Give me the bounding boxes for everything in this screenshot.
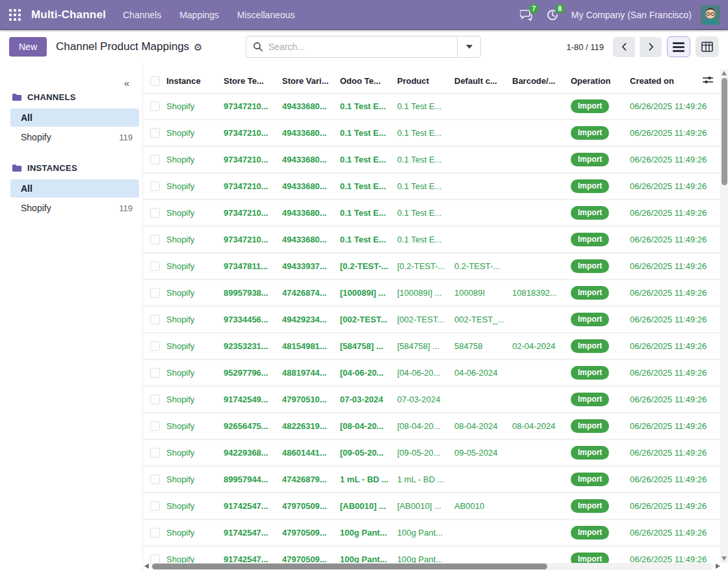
cell-barcode[interactable]: 10818392... xyxy=(512,288,571,298)
horizontal-scrollbar[interactable] xyxy=(144,563,720,570)
cell-store_template[interactable]: 91742547... xyxy=(224,501,282,511)
company-name[interactable]: My Company (San Francisco) xyxy=(571,10,692,20)
cell-created_on[interactable]: 06/26/2025 11:49:26 xyxy=(630,208,715,218)
cell-odoo_template[interactable]: [08-04-20... xyxy=(340,421,397,431)
view-switch-pivot-button[interactable] xyxy=(696,36,719,57)
activities-button[interactable]: 8 xyxy=(543,5,562,25)
cell-instance[interactable]: Shopify xyxy=(166,128,224,138)
cell-store_variant[interactable]: 49433937... xyxy=(282,261,340,271)
cell-instance[interactable]: Shopify xyxy=(166,155,224,164)
cell-odoo_template[interactable]: 1 mL - BD ... xyxy=(340,474,397,484)
cell-created_on[interactable]: 06/26/2025 11:49:26 xyxy=(630,235,715,244)
sidebar-item-channels-shopify[interactable]: Shopify 119 xyxy=(10,128,139,146)
cell-created_on[interactable]: 06/26/2025 11:49:26 xyxy=(630,421,715,431)
scroll-left-arrow-icon[interactable] xyxy=(144,564,149,569)
cell-default_code[interactable]: 100089I xyxy=(454,288,512,298)
cell-default_code[interactable]: 09-05-2024 xyxy=(454,448,512,458)
vertical-scrollbar[interactable] xyxy=(720,69,728,563)
cell-product[interactable]: 0.1 Test E... xyxy=(397,208,454,218)
cell-default_code[interactable]: 0.2-TEST-... xyxy=(454,261,512,271)
cell-store_variant[interactable]: 48226319... xyxy=(282,421,340,431)
cell-created_on[interactable]: 06/26/2025 11:49:26 xyxy=(630,288,715,298)
cell-operation[interactable]: Import xyxy=(571,526,630,539)
cell-default_code[interactable]: 584758 xyxy=(454,341,512,351)
cell-operation[interactable]: Import xyxy=(571,233,630,246)
cell-store_template[interactable]: 95297796... xyxy=(224,368,282,378)
column-header-operation[interactable]: Operation xyxy=(571,76,630,86)
vertical-scrollbar-thumb[interactable] xyxy=(722,78,727,185)
cell-instance[interactable]: Shopify xyxy=(166,208,224,218)
cell-odoo_template[interactable]: [002-TEST... xyxy=(340,315,397,324)
cell-store_variant[interactable]: 49429234... xyxy=(282,315,340,324)
cell-operation[interactable]: Import xyxy=(571,473,630,486)
cell-instance[interactable]: Shopify xyxy=(166,421,224,431)
cell-store_template[interactable]: 97347210... xyxy=(224,155,282,164)
cell-operation[interactable]: Import xyxy=(571,366,630,379)
cell-odoo_template[interactable]: [AB0010] ... xyxy=(340,501,397,511)
table-row[interactable]: Shopify95297796...48819744...[04-06-20..… xyxy=(143,360,728,387)
cell-created_on[interactable]: 06/26/2025 11:49:26 xyxy=(630,341,715,351)
select-all-checkbox[interactable] xyxy=(150,76,160,86)
cell-created_on[interactable]: 06/26/2025 11:49:26 xyxy=(630,395,715,404)
cell-product[interactable]: 1 mL - BD ... xyxy=(397,474,454,484)
cell-product[interactable]: 0.1 Test E... xyxy=(397,155,454,164)
cell-created_on[interactable]: 06/26/2025 11:49:26 xyxy=(630,501,715,511)
table-row[interactable]: Shopify97334456...49429234...[002-TEST..… xyxy=(143,307,728,333)
cell-store_template[interactable]: 94229368... xyxy=(224,448,282,458)
row-checkbox[interactable] xyxy=(150,101,160,111)
sidebar-collapse-button[interactable]: « xyxy=(124,78,129,88)
cell-created_on[interactable]: 06/26/2025 11:49:26 xyxy=(630,181,715,191)
table-row[interactable]: Shopify91742547...47970509...100g Pant..… xyxy=(143,520,728,547)
cell-product[interactable]: [584758] ... xyxy=(397,341,454,351)
cell-instance[interactable]: Shopify xyxy=(166,181,224,191)
row-checkbox[interactable] xyxy=(150,395,160,404)
cell-product[interactable]: 100g Pant... xyxy=(397,528,454,538)
optional-columns-button[interactable] xyxy=(702,75,714,88)
cell-default_code[interactable]: 08-04-2024 xyxy=(454,421,512,431)
cell-created_on[interactable]: 06/26/2025 11:49:26 xyxy=(630,315,715,324)
cell-store_variant[interactable]: 47970510... xyxy=(282,395,340,404)
cell-store_template[interactable]: 97334456... xyxy=(224,315,282,324)
cell-product[interactable]: [002-TEST... xyxy=(397,315,454,324)
view-switch-list-button[interactable] xyxy=(667,36,690,57)
table-row[interactable]: Shopify91742547...47970509...[AB0010] ..… xyxy=(143,493,728,520)
menu-mappings[interactable]: Mappings xyxy=(172,6,227,24)
messages-button[interactable]: 7 xyxy=(517,5,536,25)
table-row[interactable]: Shopify97347210...49433680...0.1 Test E.… xyxy=(143,94,728,120)
cell-store_variant[interactable]: 49433680... xyxy=(282,101,340,111)
cell-created_on[interactable]: 06/26/2025 11:49:26 xyxy=(630,101,715,111)
cell-product[interactable]: [AB0010] ... xyxy=(397,501,454,511)
cell-store_variant[interactable]: 47970509... xyxy=(282,528,340,538)
column-header-default_code[interactable]: Default c... xyxy=(454,76,512,86)
cell-store_template[interactable]: 97347210... xyxy=(224,101,282,111)
row-checkbox[interactable] xyxy=(150,474,160,484)
column-header-product[interactable]: Product xyxy=(397,76,454,86)
table-row[interactable]: Shopify97347210...49433680...0.1 Test E.… xyxy=(143,120,728,147)
cell-created_on[interactable]: 06/26/2025 11:49:26 xyxy=(630,448,715,458)
cell-operation[interactable]: Import xyxy=(571,393,630,406)
cell-store_variant[interactable]: 49433680... xyxy=(282,155,340,164)
cell-store_template[interactable]: 97347210... xyxy=(224,208,282,218)
scroll-down-arrow-icon[interactable] xyxy=(722,556,727,561)
table-row[interactable]: Shopify89957944...47426879...1 mL - BD .… xyxy=(143,467,728,493)
cell-odoo_template[interactable]: 0.1 Test E... xyxy=(340,235,397,244)
cell-instance[interactable]: Shopify xyxy=(166,448,224,458)
table-row[interactable]: Shopify89957938...47426874...[100089I] .… xyxy=(143,280,728,307)
cell-default_code[interactable]: 04-06-2024 xyxy=(454,368,512,378)
cell-store_variant[interactable]: 48601441... xyxy=(282,448,340,458)
cell-default_code[interactable]: 002-TEST_... xyxy=(454,315,512,324)
cell-created_on[interactable]: 06/26/2025 11:49:26 xyxy=(630,474,715,484)
row-checkbox[interactable] xyxy=(150,448,160,458)
cell-store_template[interactable]: 97347210... xyxy=(224,128,282,138)
cell-store_variant[interactable]: 49433680... xyxy=(282,128,340,138)
cell-product[interactable]: 0.1 Test E... xyxy=(397,181,454,191)
cell-odoo_template[interactable]: 07-03-2024 xyxy=(340,395,397,404)
table-row[interactable]: Shopify92353231...48154981...[584758] ..… xyxy=(143,333,728,360)
scroll-right-arrow-icon[interactable] xyxy=(716,564,720,569)
cell-odoo_template[interactable]: [04-06-20... xyxy=(340,368,397,378)
pager-next-button[interactable] xyxy=(640,37,662,57)
cell-product[interactable]: [0.2-TEST-... xyxy=(397,261,454,271)
cell-odoo_template[interactable]: [09-05-20... xyxy=(340,448,397,458)
cell-operation[interactable]: Import xyxy=(571,313,630,326)
cell-barcode[interactable]: 02-04-2024 xyxy=(512,341,571,351)
